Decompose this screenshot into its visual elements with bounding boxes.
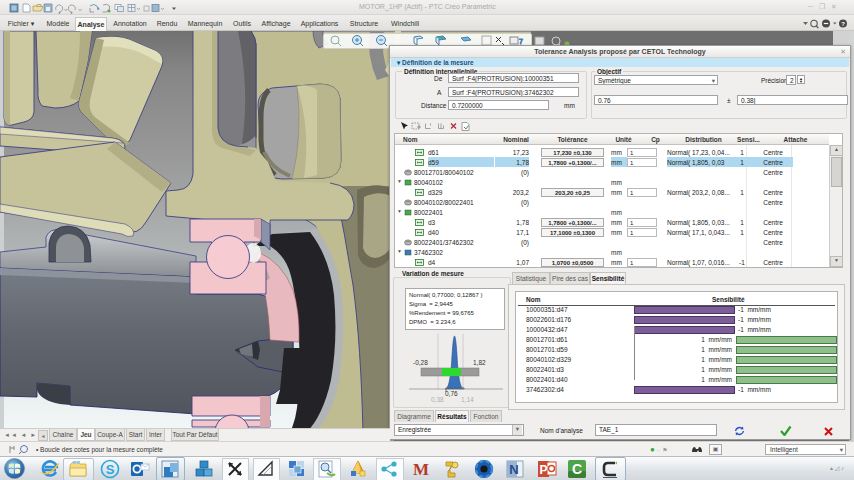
svg-text:?: ? — [841, 21, 845, 27]
svg-text:P: P — [539, 463, 547, 477]
svg-text:S: S — [106, 462, 115, 477]
svg-text:1,82: 1,82 — [473, 359, 486, 366]
svg-text:7: 7 — [519, 38, 523, 45]
svg-text:1,14: 1,14 — [461, 396, 474, 403]
svg-text:C: C — [572, 461, 582, 477]
svg-text:0,76: 0,76 — [445, 390, 458, 397]
svg-text:M: M — [413, 460, 429, 479]
svg-text:N: N — [509, 462, 518, 477]
svg-text:0,38: 0,38 — [431, 396, 444, 403]
svg-text:-0,28: -0,28 — [413, 359, 428, 366]
